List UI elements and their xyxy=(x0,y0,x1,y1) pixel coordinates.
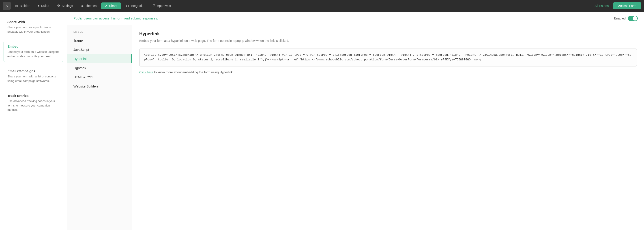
embed-area: EMBED iframe JavaScript Hyperlink Lightb… xyxy=(67,25,644,230)
themes-icon: ◈ xyxy=(81,4,84,8)
learn-more-suffix: to know more about embedding the form us… xyxy=(153,70,234,74)
top-navigation: ⌂ ⊞ Builder ≡ Rules ⚙ Settings ◈ Themes … xyxy=(0,0,644,12)
learn-more-text: Click here to know more about embedding … xyxy=(139,70,637,74)
settings-icon: ⚙ xyxy=(57,4,60,8)
builder-icon: ⊞ xyxy=(15,4,18,8)
embed-detail-title: Hyperlink xyxy=(139,31,637,36)
embed-nav-javascript[interactable]: JavaScript xyxy=(67,45,132,54)
click-here-link[interactable]: Click here xyxy=(139,70,153,74)
nav-share[interactable]: ↗ Share xyxy=(101,2,121,9)
main-content: Public users can access this form and su… xyxy=(67,12,644,230)
enabled-toggle[interactable] xyxy=(628,16,638,21)
nav-integrations[interactable]: ⛓ Integrati... xyxy=(122,3,148,9)
nav-approvals[interactable]: ☑ Approvals xyxy=(149,2,174,9)
sidebar-track-entries[interactable]: Track Entries Use advanced tracking code… xyxy=(4,90,63,116)
toggle-label: Enabled xyxy=(614,16,626,20)
embed-nav-hyperlink[interactable]: Hyperlink xyxy=(67,54,132,63)
banner-message: Public users can access this form and su… xyxy=(74,16,158,20)
embed-detail-desc: Embed your form as a hyperlink on a web … xyxy=(139,38,637,43)
embed-nav-label: EMBED xyxy=(67,30,132,36)
sidebar-share-with[interactable]: Share With Share your form as a public l… xyxy=(4,16,63,38)
embed-nav-lightbox[interactable]: Lightbox xyxy=(67,63,132,72)
page-body: Share With Share your form as a public l… xyxy=(0,12,644,230)
approvals-icon: ☑ xyxy=(152,4,156,8)
embed-nav: EMBED iframe JavaScript Hyperlink Lightb… xyxy=(67,25,132,230)
nav-themes[interactable]: ◈ Themes xyxy=(78,2,100,9)
embed-nav-website-builders[interactable]: Website Builders xyxy=(67,82,132,91)
enabled-toggle-wrap: Enabled xyxy=(614,16,638,21)
left-sidebar: Share With Share your form as a public l… xyxy=(0,12,67,230)
sidebar-email-campaigns[interactable]: Email Campaigns Share your form with a l… xyxy=(4,65,63,87)
embed-code-box[interactable]: <script type="text/javascript">function … xyxy=(139,48,637,66)
embed-nav-html-css[interactable]: HTML & CSS xyxy=(67,72,132,82)
sidebar-embed[interactable]: Embed Embed your form on a website using… xyxy=(4,41,63,62)
integrations-icon: ⛓ xyxy=(126,4,129,8)
embed-nav-iframe[interactable]: iframe xyxy=(67,36,132,45)
embed-detail: Hyperlink Embed your form as a hyperlink… xyxy=(132,25,644,230)
nav-builder[interactable]: ⊞ Builder xyxy=(12,2,33,9)
home-button[interactable]: ⌂ xyxy=(3,2,11,10)
public-access-banner: Public users can access this form and su… xyxy=(67,12,644,25)
rules-icon: ≡ xyxy=(38,4,40,8)
share-icon: ↗ xyxy=(104,4,108,8)
nav-rules[interactable]: ≡ Rules xyxy=(34,3,53,9)
nav-settings[interactable]: ⚙ Settings xyxy=(54,2,76,9)
all-entries-link[interactable]: All Entries xyxy=(594,4,608,7)
access-form-button[interactable]: Access Form xyxy=(613,2,641,9)
